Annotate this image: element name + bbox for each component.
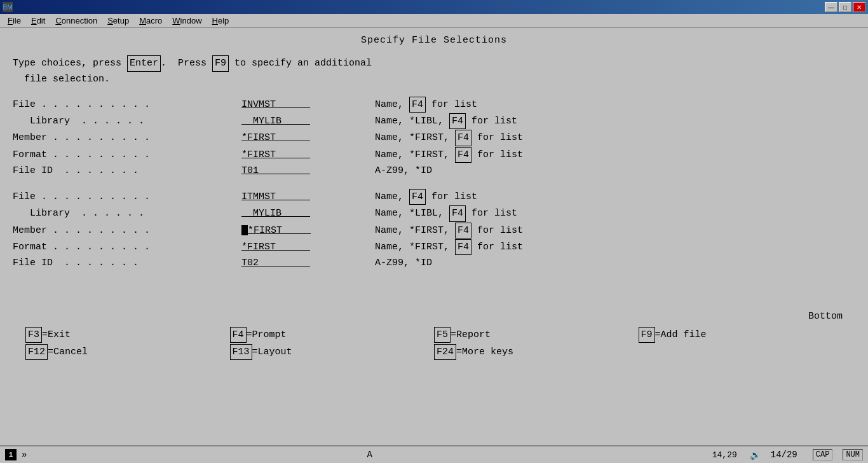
terminal-content: Specify File Selections Type choices, pr… (0, 28, 868, 445)
f5-key[interactable]: F5 (434, 327, 451, 343)
field-row-id2: File ID . . . . . . . T02 A-Z99, *ID (13, 256, 855, 270)
file2-label: File . . . . . . . . . . (13, 190, 241, 204)
menu-edit[interactable]: Edit (26, 15, 50, 27)
id2-label: File ID . . . . . . . (13, 256, 241, 270)
indicator-label: 1 (9, 451, 13, 459)
f9-key-intro: F9 (212, 55, 229, 71)
intro-text: Type choices, press Enter. Press F9 to s… (13, 55, 855, 86)
status-left: 1 » (5, 449, 27, 460)
fmt1-label: Format . . . . . . . . . (13, 148, 241, 162)
bottom-label: Bottom (25, 309, 843, 324)
fkey-empty (639, 344, 843, 360)
field-row-mbr2: Member . . . . . . . . . *FIRST Name, *F… (13, 223, 855, 238)
fkey-f9: F9=Add file (639, 327, 843, 343)
f3-label: =Exit (42, 329, 71, 340)
f12-label: =Cancel (48, 347, 88, 357)
section-2: File . . . . . . . . . . ITMMST Name, F4… (13, 189, 855, 270)
field-row-id1: File ID . . . . . . . T01 A-Z99, *ID (13, 163, 855, 178)
fkey-f13: F13=Layout (230, 344, 435, 360)
f24-key[interactable]: F24 (434, 344, 456, 360)
f4-key[interactable]: F4 (230, 327, 247, 343)
id2-value[interactable]: T02 (241, 256, 356, 270)
lib2-value[interactable]: MYLIB (241, 206, 356, 221)
file2-hint: Name, F4 for list (375, 189, 477, 205)
f13-key[interactable]: F13 (230, 344, 252, 360)
fkey-f3: F3=Exit (25, 327, 230, 343)
menu-connection[interactable]: Connection (50, 15, 102, 27)
f13-label: =Layout (252, 347, 292, 357)
menu-setup[interactable]: Setup (102, 15, 134, 27)
mbr1-label: Member . . . . . . . . . (13, 130, 241, 145)
file1-hint: Name, F4 for list (375, 97, 477, 113)
menu-file[interactable]: File (3, 15, 26, 27)
status-pos-left: 14,29 (712, 450, 737, 460)
menu-macro[interactable]: Macro (134, 15, 167, 27)
field-row-lib1: Library . . . . . . MYLIB Name, *LIBL, F… (13, 113, 855, 129)
page-title: Specify File Selections (13, 33, 855, 48)
f3-key[interactable]: F3 (25, 327, 42, 343)
mbr2-label: Member . . . . . . . . . (13, 223, 241, 238)
file1-label: File . . . . . . . . . . (13, 97, 241, 112)
cap-badge: CAP (813, 449, 833, 460)
terminal: Specify File Selections Type choices, pr… (0, 28, 868, 463)
menu-bar: File Edit Connection Setup Macro Window … (0, 14, 868, 28)
file2-value[interactable]: ITMMST (241, 190, 356, 204)
status-speaker-icon: 🔊 (750, 450, 761, 460)
mbr2-hint: Name, *FIRST, F4 for list (375, 223, 523, 238)
close-button[interactable]: ✕ (853, 2, 865, 12)
fkey-f24: F24=More keys (434, 344, 639, 360)
status-right: 14,29 🔊 14/29 CAP NUM (712, 449, 863, 460)
status-arrow: » (22, 450, 27, 460)
num-badge: NUM (843, 449, 863, 460)
function-keys-row2: F12=Cancel F13=Layout F24=More keys (25, 344, 843, 360)
menu-help[interactable]: Help (207, 15, 234, 27)
status-bar: 1 » A 14,29 🔊 14/29 CAP NUM (0, 445, 868, 463)
field-row-mbr1: Member . . . . . . . . . *FIRST Name, *F… (13, 130, 855, 146)
fmt2-hint: Name, *FIRST, F4 for list (375, 239, 523, 255)
app-icon: BM (3, 2, 13, 12)
mbr1-hint: Name, *FIRST, F4 for list (375, 130, 523, 146)
field-row-file1: File . . . . . . . . . . INVMST Name, F4… (13, 97, 855, 113)
bottom-area: Bottom F3=Exit F4=Prompt F5=Report F9=Ad… (13, 309, 855, 360)
cursor (241, 225, 248, 235)
function-keys-row1: F3=Exit F4=Prompt F5=Report F9=Add file (25, 327, 843, 343)
maximize-button[interactable]: □ (839, 2, 851, 12)
fmt2-label: Format . . . . . . . . . (13, 240, 241, 254)
intro-line1: Type choices, press Enter. Press F9 to s… (13, 55, 855, 71)
status-center: A (27, 450, 712, 460)
fmt1-value[interactable]: *FIRST (241, 148, 356, 162)
title-bar-left: BM (3, 2, 13, 12)
f9-key[interactable]: F9 (639, 327, 655, 343)
fmt2-value[interactable]: *FIRST (241, 240, 356, 254)
field-row-fmt1: Format . . . . . . . . . *FIRST Name, *F… (13, 147, 855, 163)
minimize-button[interactable]: — (825, 2, 837, 12)
lib1-label: Library . . . . . . (13, 114, 241, 128)
window-controls[interactable]: — □ ✕ (825, 2, 865, 12)
f9-label: =Add file (655, 329, 707, 340)
f24-label: =More keys (456, 347, 513, 357)
file1-value[interactable]: INVMST (241, 97, 356, 112)
f4-label: =Prompt (247, 329, 287, 340)
lib2-label: Library . . . . . . (13, 206, 241, 221)
intro-line2: file selection. (13, 72, 855, 86)
field-row-file2: File . . . . . . . . . . ITMMST Name, F4… (13, 189, 855, 205)
mbr2-value[interactable]: *FIRST (241, 223, 356, 238)
lib2-hint: Name, *LIBL, F4 for list (375, 205, 517, 221)
f12-key[interactable]: F12 (25, 344, 48, 360)
id1-value[interactable]: T01 (241, 163, 356, 178)
section-1: File . . . . . . . . . . INVMST Name, F4… (13, 97, 855, 178)
menu-window[interactable]: Window (167, 15, 207, 27)
id2-hint: A-Z99, *ID (375, 256, 432, 270)
field-row-fmt2: Format . . . . . . . . . *FIRST Name, *F… (13, 239, 855, 255)
title-bar: BM — □ ✕ (0, 0, 868, 14)
enter-key: Enter (127, 55, 161, 71)
fmt1-hint: Name, *FIRST, F4 for list (375, 147, 523, 163)
status-position: 14/29 (771, 450, 797, 460)
lib1-value[interactable]: MYLIB (241, 114, 356, 128)
fkey-f5: F5=Report (434, 327, 639, 343)
lib1-hint: Name, *LIBL, F4 for list (375, 113, 517, 129)
mbr1-value[interactable]: *FIRST (241, 130, 356, 145)
spacer (13, 271, 855, 309)
status-indicator: 1 (5, 449, 17, 460)
section-gap (13, 179, 855, 189)
